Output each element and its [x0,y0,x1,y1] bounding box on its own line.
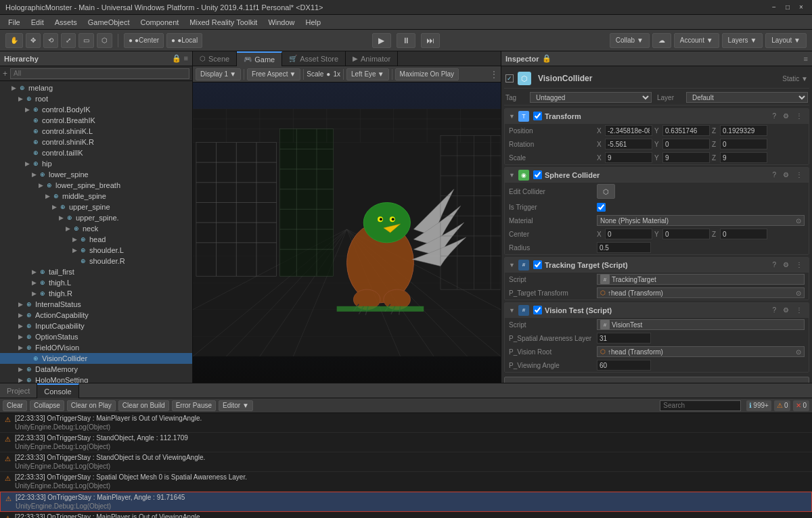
position-x[interactable] [605,125,652,136]
tool-move[interactable]: ✥ [26,33,41,48]
edit-collider-button[interactable]: ⬡ [597,184,615,199]
menu-item-assets[interactable]: Assets [49,17,83,28]
cloud-button[interactable]: ☁ [652,33,671,48]
add-component-button[interactable]: Add Component [504,377,809,383]
hierarchy-item[interactable]: ▶⊕control.BodyIK [0,104,192,115]
hierarchy-lock-icon[interactable]: 🔒 [172,54,181,63]
center-y[interactable] [662,229,710,239]
tab-asset-store[interactable]: 🛒 Asset Store [282,51,346,66]
p-spatial-input[interactable] [597,333,651,344]
p-target-select-icon[interactable]: ⊙ [796,289,801,297]
hierarchy-item[interactable]: ▶⊕hip [0,158,192,169]
hierarchy-item[interactable]: ▶⊕DataMemory [0,364,192,375]
maximize-button[interactable]: □ [782,2,793,13]
tag-select[interactable]: Untagged [530,92,652,103]
p-vision-root-select-icon[interactable]: ⊙ [796,348,801,356]
layers-button[interactable]: Layers ▼ [722,33,763,48]
tracking-settings-icon[interactable]: ⚙ [781,261,791,268]
hierarchy-item[interactable]: ▶⊕melang [0,83,192,93]
close-button[interactable]: × [796,2,807,13]
tool-transform[interactable]: ⬡ [97,33,112,48]
hierarchy-item[interactable]: ▶⊕OptionStatus [0,331,192,342]
hierarchy-item[interactable]: ⊕shoulder.R [0,256,192,266]
hierarchy-item[interactable]: ▶⊕head [0,234,192,245]
transform-enabled-checkbox[interactable] [533,112,542,120]
sphere-menu-icon[interactable]: ⋮ [794,171,805,179]
vision-enabled-checkbox[interactable] [533,306,542,314]
tracking-help-icon[interactable]: ? [770,261,778,268]
scale-z[interactable] [720,152,767,163]
scale-y[interactable] [662,152,710,163]
hierarchy-item[interactable]: ▶⊕middle_spine [0,191,192,202]
hierarchy-item[interactable]: ⊕control.shiniK.R [0,137,192,147]
component-transform-header[interactable]: ▼ T Transform ? ⚙ ⋮ [505,109,809,124]
menu-item-edit[interactable]: Edit [26,17,49,28]
scale-x[interactable] [605,152,652,163]
tab-scene[interactable]: ⬡ Scene [193,51,237,66]
hierarchy-item[interactable]: ▶⊕shoulder.L [0,245,192,256]
hierarchy-item[interactable]: ▶⊕thigh.L [0,277,192,288]
sphere-collider-header[interactable]: ▼ ◉ Sphere Collider ? ⚙ ⋮ [505,168,809,183]
sphere-help-icon[interactable]: ? [770,171,778,179]
tab-project[interactable]: Project [0,383,37,398]
hierarchy-item[interactable]: ▶⊕tail_first [0,266,192,277]
sphere-settings-icon[interactable]: ⚙ [781,171,791,179]
menu-item-help[interactable]: Help [300,17,327,28]
log-entry[interactable]: ⚠[22:33:33] OnTriggerStay : MainPlayer i… [0,512,812,518]
clear-on-build-button[interactable]: Clear on Build [118,400,169,411]
menu-item-gameobject[interactable]: GameObject [83,17,135,28]
tracking-menu-icon[interactable]: ⋮ [794,261,805,268]
clear-on-play-button[interactable]: Clear on Play [67,400,116,411]
hierarchy-item[interactable]: ▶⊕thigh.R [0,288,192,299]
log-entry[interactable]: ⚠[22:33:33] OnTriggerStay : StandObject … [0,452,812,472]
hierarchy-search-input[interactable] [10,68,189,79]
p-vision-root-field[interactable]: ⬡ ↑head (Transform) ⊙ [597,346,805,357]
vision-test-header[interactable]: ▼ # Vision Test (Script) ? ⚙ ⋮ [505,303,809,318]
transform-settings-icon[interactable]: ⚙ [781,112,791,120]
collab-button[interactable]: Collab ▼ [610,33,650,48]
step-button[interactable]: ⏭ [421,33,440,48]
inspector-lock-icon[interactable]: 🔒 [542,54,551,63]
vision-script-field[interactable]: # VisionTest [597,319,805,330]
tab-animator[interactable]: ▶ Animator [346,51,398,66]
console-search-input[interactable] [660,400,741,411]
hierarchy-item[interactable]: ▶⊕upper_spine. [0,212,192,223]
editor-select-button[interactable]: Editor ▼ [219,400,253,411]
layer-select[interactable]: Default [686,92,808,103]
material-field[interactable]: None (Physic Material) ⊙ [597,215,805,226]
log-entry[interactable]: ⚠[22:33:33] OnTriggerStay : MainPlayer, … [0,492,812,512]
tool-hand[interactable]: ✋ [5,33,23,48]
clear-button[interactable]: Clear [3,400,27,411]
hierarchy-item[interactable]: ▶⊕HoloMonSetting [0,375,192,383]
tool-scale[interactable]: ⤢ [61,33,76,48]
position-y[interactable] [662,125,710,136]
center-toggle[interactable]: ● ●Center [124,33,164,48]
sphere-collider-enabled-checkbox[interactable] [533,170,542,179]
hierarchy-item[interactable]: ▶⊕ActionCapability [0,310,192,321]
minimize-button[interactable]: − [769,2,780,13]
object-enabled-checkbox[interactable]: ✓ [505,74,514,83]
maximize-on-play-btn[interactable]: Maximize On Play [395,68,459,80]
log-entry[interactable]: ⚠[22:33:33] OnTriggerStay : MainPlayer i… [0,413,812,433]
hierarchy-item[interactable]: ⊕control.shiniK.L [0,126,192,137]
p-target-field[interactable]: ⬡ ↑head (Transform) ⊙ [597,287,805,298]
hierarchy-item[interactable]: ⊕control.tailIK [0,147,192,158]
rotation-x[interactable] [605,139,652,149]
transform-menu-icon[interactable]: ⋮ [794,112,805,120]
left-eye-select[interactable]: Left Eye ▼ [346,68,389,80]
tab-console[interactable]: Console [37,383,78,398]
menu-item-mixed reality toolkit[interactable]: Mixed Reality Toolkit [184,17,263,28]
menu-item-window[interactable]: Window [263,17,300,28]
local-toggle[interactable]: ● ●Local [166,33,202,48]
tool-rect[interactable]: ▭ [78,33,94,48]
hierarchy-item[interactable]: ⊕control.BreathIK [0,115,192,126]
display-select[interactable]: Display 1 ▼ [196,68,241,80]
aspect-select[interactable]: Free Aspect ▼ [247,68,300,80]
menu-item-component[interactable]: Component [135,17,184,28]
vision-menu-icon[interactable]: ⋮ [794,306,805,314]
tracking-enabled-checkbox[interactable] [533,260,542,269]
account-button[interactable]: Account ▼ [674,33,719,48]
log-entry[interactable]: ⚠[22:33:33] OnTriggerStay : StandObject,… [0,433,812,452]
hierarchy-item[interactable]: ⊕VisionCollider [0,353,192,364]
hierarchy-item[interactable]: ▶⊕InputCapability [0,321,192,331]
